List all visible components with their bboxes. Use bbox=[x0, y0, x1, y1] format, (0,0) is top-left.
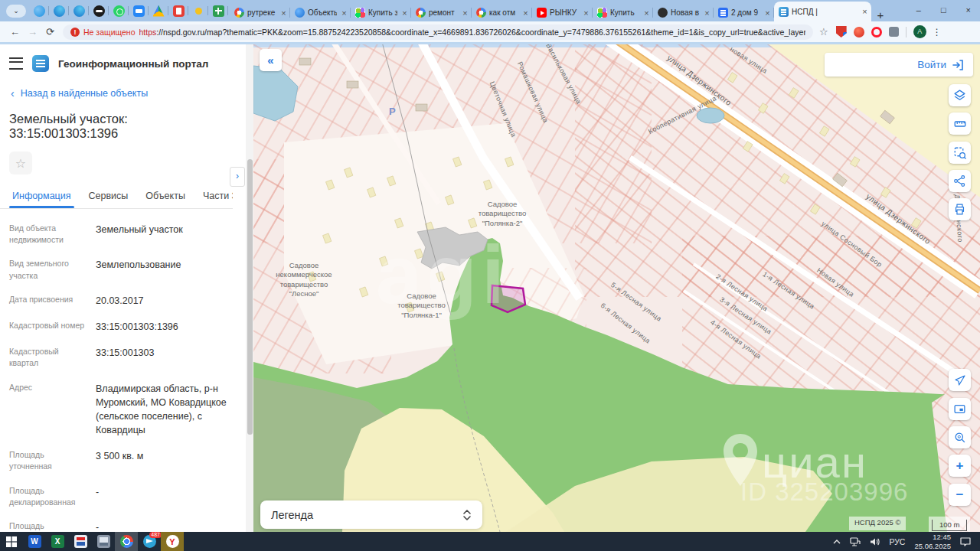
sidebar-scrollbar[interactable] bbox=[246, 44, 253, 532]
minimap-button[interactable] bbox=[949, 398, 971, 420]
scrollbar-thumb[interactable] bbox=[247, 159, 253, 435]
tab-parts[interactable]: Части ЗУ bbox=[203, 191, 233, 201]
window-close-button[interactable]: × bbox=[966, 5, 971, 15]
browser-toolbar: ← → ⟳ ! Не защищено https://nspd.gov.ru/… bbox=[0, 21, 980, 42]
tab-close-icon[interactable]: × bbox=[461, 8, 469, 18]
favorite-button[interactable]: ☆ bbox=[9, 152, 32, 174]
taskbar-excel[interactable]: X bbox=[46, 532, 69, 551]
windows-taskbar: W X 487 Y РУС 12:45 25.06.2025 bbox=[0, 532, 980, 551]
field-label: Площадь уточненная bbox=[9, 449, 88, 472]
select-area-button[interactable] bbox=[949, 142, 971, 164]
taskbar-app[interactable] bbox=[92, 532, 115, 551]
legend-toggle[interactable]: Легенда bbox=[260, 500, 482, 529]
portal-logo-icon[interactable] bbox=[32, 55, 49, 72]
start-button[interactable] bbox=[0, 532, 23, 551]
locate-button[interactable] bbox=[949, 369, 971, 391]
red-extension-icon[interactable] bbox=[854, 27, 864, 37]
login-button[interactable]: Войти bbox=[825, 53, 973, 77]
scale-label: 100 m bbox=[932, 520, 967, 531]
adblock-shield-icon[interactable]: 1 bbox=[836, 26, 847, 37]
vk-icon bbox=[133, 5, 145, 17]
cian-listing-id: ID 325203996 bbox=[740, 478, 908, 507]
extensions-puzzle-icon[interactable] bbox=[889, 27, 899, 37]
pinned-tab[interactable] bbox=[149, 0, 168, 21]
pinned-tab[interactable] bbox=[29, 0, 49, 21]
whatsapp-icon bbox=[113, 5, 125, 17]
new-tab-button[interactable]: + bbox=[871, 8, 890, 21]
tab-label: Новая в bbox=[671, 8, 700, 17]
back-link-label: Назад в найденные объекты bbox=[21, 88, 148, 99]
back-button[interactable]: ← bbox=[6, 26, 24, 37]
pinned-tab[interactable] bbox=[89, 0, 109, 21]
opera-ring-icon[interactable] bbox=[871, 27, 882, 37]
tab-objects[interactable]: Объекты bbox=[145, 191, 185, 201]
browser-tab[interactable]: ремонт× bbox=[411, 4, 472, 21]
zoom-out-button[interactable]: − bbox=[949, 484, 971, 506]
browser-tab[interactable]: Новая в× bbox=[653, 4, 714, 21]
chevron-left-icon: ‹ bbox=[11, 87, 15, 99]
browser-tab[interactable]: РЫНКУ× bbox=[532, 4, 593, 21]
browser-tab[interactable]: 2 дом 9× bbox=[714, 4, 774, 21]
share-button[interactable] bbox=[949, 170, 971, 192]
window-minimize-button[interactable]: – bbox=[916, 5, 921, 15]
taskbar-telegram[interactable]: 487 bbox=[138, 532, 161, 551]
map-scale: 100 m bbox=[929, 517, 970, 532]
taskbar-word[interactable]: W bbox=[23, 532, 46, 551]
field-value: Земельный участок bbox=[88, 223, 235, 246]
excel-icon: X bbox=[51, 535, 64, 548]
tab-close-icon[interactable]: × bbox=[279, 8, 288, 18]
pinned-tab[interactable] bbox=[188, 0, 208, 21]
address-bar[interactable]: ! Не защищено https://nspd.gov.ru/map?th… bbox=[63, 24, 813, 40]
measure-button[interactable] bbox=[949, 112, 971, 135]
print-button[interactable] bbox=[949, 198, 971, 220]
tab-close-icon[interactable]: × bbox=[521, 8, 530, 18]
taskbar-yandex[interactable]: Y bbox=[161, 532, 184, 551]
language-indicator[interactable]: РУС bbox=[889, 537, 905, 546]
menu-hamburger-icon[interactable] bbox=[9, 57, 23, 70]
tab-close-icon[interactable]: × bbox=[763, 8, 772, 18]
profile-avatar[interactable]: A bbox=[913, 25, 926, 38]
tab-information[interactable]: Информация bbox=[12, 191, 71, 201]
info-panel: Геоинформационный портал ‹ Назад в найде… bbox=[0, 44, 246, 532]
pinned-tab[interactable] bbox=[129, 0, 149, 21]
tab-label: НСПД | bbox=[792, 8, 858, 16]
tab-close-icon[interactable]: × bbox=[703, 8, 711, 18]
layers-button[interactable] bbox=[949, 84, 971, 106]
pinned-tab[interactable] bbox=[49, 0, 69, 21]
pinned-tab[interactable] bbox=[168, 0, 188, 21]
browser-tab[interactable]: Купить з× bbox=[351, 4, 411, 21]
network-icon[interactable] bbox=[850, 537, 861, 546]
tabs-scroll-right-button[interactable]: › bbox=[230, 167, 245, 187]
taskbar-chrome[interactable] bbox=[115, 532, 138, 551]
clock[interactable]: 12:45 25.06.2025 bbox=[914, 533, 951, 550]
tab-close-icon[interactable]: × bbox=[340, 8, 348, 18]
browser-tab[interactable]: Объекты× bbox=[290, 4, 351, 21]
tab-close-icon[interactable]: × bbox=[642, 8, 651, 18]
browser-tab[interactable]: как отм× bbox=[472, 4, 532, 21]
tab-close-icon[interactable]: × bbox=[861, 7, 869, 16]
browser-tab[interactable]: Купить× bbox=[593, 4, 653, 21]
pinned-tab[interactable] bbox=[208, 0, 228, 21]
action-center-icon[interactable] bbox=[960, 537, 971, 546]
pinned-tab[interactable] bbox=[69, 0, 89, 21]
window-maximize-button[interactable]: □ bbox=[941, 5, 946, 15]
browser-menu-icon[interactable]: ⋮ bbox=[933, 27, 942, 37]
zoom-in-button[interactable]: + bbox=[949, 455, 971, 477]
browser-tab-active[interactable]: НСПД |× bbox=[774, 2, 871, 21]
back-to-results-link[interactable]: ‹ Назад в найденные объекты bbox=[0, 72, 246, 99]
bookmark-star-icon[interactable]: ☆ bbox=[819, 26, 828, 37]
tab-close-icon[interactable]: × bbox=[400, 8, 409, 18]
pinned-tab[interactable] bbox=[109, 0, 129, 21]
tray-expand-icon[interactable] bbox=[833, 539, 841, 545]
search-on-map-button[interactable] bbox=[949, 426, 971, 448]
taskbar-app[interactable] bbox=[69, 532, 92, 551]
reload-button[interactable]: ⟳ bbox=[41, 26, 59, 37]
browser-tab[interactable]: рутреке× bbox=[230, 4, 290, 21]
tab-close-icon[interactable]: × bbox=[582, 8, 590, 18]
forward-button[interactable]: → bbox=[24, 26, 41, 37]
navigation-arrow-icon bbox=[954, 374, 966, 386]
collapse-panel-button[interactable]: « bbox=[260, 49, 282, 71]
tab-search-icon[interactable]: ⌄ bbox=[6, 5, 26, 18]
volume-icon[interactable] bbox=[870, 537, 880, 546]
tab-services[interactable]: Сервисы bbox=[89, 191, 129, 201]
